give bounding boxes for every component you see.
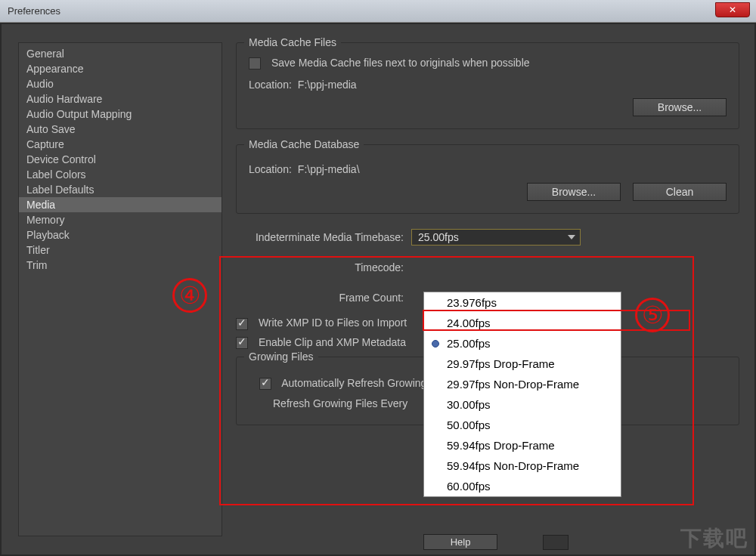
sidebar-item-label-colors[interactable]: Label Colors: [19, 167, 222, 182]
sidebar-item-appearance[interactable]: Appearance: [19, 61, 222, 76]
sidebar-item-device-control[interactable]: Device Control: [19, 152, 222, 167]
timebase-option[interactable]: 30.00fps: [424, 394, 621, 415]
timebase-option[interactable]: 59.94fps Drop-Frame: [424, 435, 621, 456]
media-cache-db-group: Media Cache Database Location: F:\ppj-me…: [236, 144, 739, 214]
save-next-label: Save Media Cache files next to originals…: [271, 57, 530, 69]
group-title: Growing Files: [244, 351, 318, 363]
preferences-sidebar: GeneralAppearanceAudioAudio HardwareAudi…: [18, 42, 222, 536]
clean-button[interactable]: Clean: [633, 183, 727, 201]
window-title: Preferences: [8, 5, 60, 17]
location-value: F:\ppj-media\: [298, 163, 360, 175]
sidebar-item-audio-hardware[interactable]: Audio Hardware: [19, 91, 222, 107]
sidebar-item-label-defaults[interactable]: Label Defaults: [19, 182, 222, 197]
timebase-option[interactable]: 60.00fps: [424, 476, 621, 496]
browse-button[interactable]: Browse...: [633, 98, 727, 116]
auto-refresh-checkbox[interactable]: [259, 378, 271, 390]
timebase-option[interactable]: 23.976fps: [424, 292, 621, 313]
group-title: Media Cache Files: [244, 36, 341, 48]
sidebar-item-auto-save[interactable]: Auto Save: [19, 122, 222, 137]
timebase-option[interactable]: 29.97fps Non-Drop-Frame: [424, 374, 621, 394]
sidebar-item-capture[interactable]: Capture: [19, 137, 222, 152]
close-icon: ✕: [729, 5, 736, 15]
location-label: Location:: [249, 79, 292, 91]
timebase-option[interactable]: 50.00fps: [424, 415, 621, 435]
browse-button[interactable]: Browse...: [527, 183, 621, 201]
xmp-write-label: Write XMP ID to Files on Import: [259, 317, 407, 329]
save-next-checkbox[interactable]: [249, 57, 261, 70]
media-cache-files-group: Media Cache Files Save Media Cache files…: [236, 42, 739, 129]
sidebar-item-audio-output-mapping[interactable]: Audio Output Mapping: [19, 107, 222, 122]
timebase-value: 25.00fps: [418, 231, 459, 243]
sidebar-item-general[interactable]: General: [19, 46, 222, 61]
close-button[interactable]: ✕: [715, 2, 750, 17]
sidebar-item-titler[interactable]: Titler: [19, 242, 222, 258]
location-label: Location:: [249, 163, 292, 175]
help-button[interactable]: Help: [423, 534, 497, 550]
watermark: 下载吧: [680, 524, 748, 553]
xmp-write-checkbox[interactable]: [236, 318, 248, 330]
location-value: F:\ppj-media: [298, 79, 357, 91]
timecode-label: Timecode:: [236, 259, 411, 276]
timebase-dropdown[interactable]: 25.00fps: [411, 229, 581, 246]
chevron-down-icon: [568, 235, 575, 239]
timebase-label: Indeterminate Media Timebase:: [236, 229, 411, 246]
xmp-link-checkbox[interactable]: [236, 337, 248, 349]
sidebar-item-media[interactable]: Media: [19, 197, 222, 212]
timebase-option[interactable]: 29.97fps Drop-Frame: [424, 354, 621, 374]
dialog-button[interactable]: [543, 535, 569, 550]
timebase-dropdown-list: 23.976fps24.00fps25.00fps29.97fps Drop-F…: [423, 292, 621, 497]
sidebar-item-memory[interactable]: Memory: [19, 212, 222, 227]
group-title: Media Cache Database: [244, 138, 364, 150]
xmp-link-label: Enable Clip and XMP Metadata: [259, 336, 406, 348]
titlebar: Preferences ✕: [0, 0, 756, 23]
sidebar-item-audio[interactable]: Audio: [19, 76, 222, 91]
window-body: GeneralAppearanceAudioAudio HardwareAudi…: [0, 23, 756, 556]
framecount-label: Frame Count:: [236, 289, 411, 306]
timebase-option[interactable]: 24.00fps: [424, 313, 621, 333]
timebase-option[interactable]: 59.94fps Non-Drop-Frame: [424, 456, 621, 476]
sidebar-item-trim[interactable]: Trim: [19, 258, 222, 273]
timebase-option[interactable]: 25.00fps: [424, 333, 621, 354]
sidebar-item-playback[interactable]: Playback: [19, 227, 222, 242]
